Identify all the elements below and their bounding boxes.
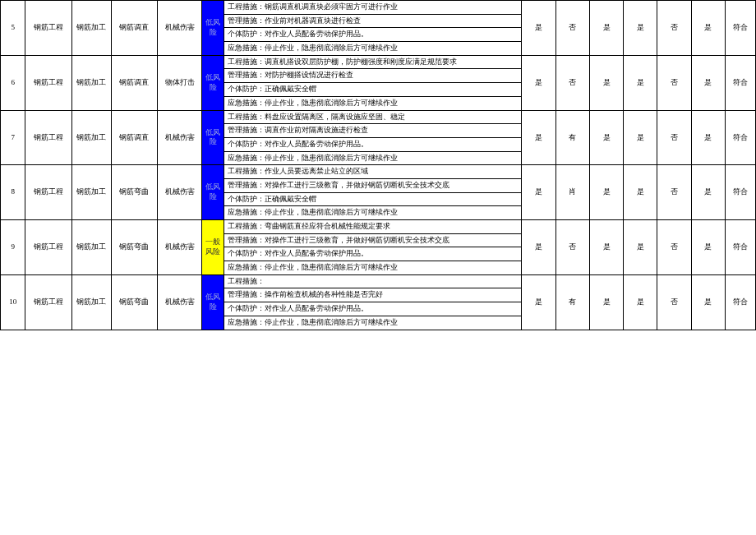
- operation: 钢筋弯曲: [111, 274, 157, 330]
- check-col-4: 否: [657, 274, 691, 330]
- measure-eng: 工程措施：弯曲钢筋直径应符合机械性能规定要求: [224, 220, 522, 234]
- check-col-5: 是: [691, 110, 725, 165]
- measure-eng: 工程措施：: [224, 274, 522, 288]
- risk-level: 低风险: [202, 274, 224, 330]
- check-col-0: 是: [522, 220, 555, 275]
- check-col-3: 是: [624, 274, 657, 330]
- risk-level: 低风险: [202, 110, 224, 165]
- check-col-5: 是: [691, 55, 725, 110]
- measure-emg: 应急措施：停止作业，隐患彻底消除后方可继续作业: [224, 316, 522, 330]
- check-col-5: 是: [691, 1, 725, 56]
- check-col-2: 是: [589, 55, 623, 110]
- hazard-type: 机械伤害: [158, 165, 202, 220]
- measure-ppe: 个体防护：对作业人员配备劳动保护用品。: [224, 302, 522, 316]
- check-col-0: 是: [522, 165, 555, 220]
- operation: 钢筋弯曲: [111, 165, 157, 220]
- result: 符合: [725, 165, 755, 220]
- sub-work: 钢筋加工: [71, 220, 111, 275]
- measure-mgmt: 管理措施：对防护棚搭设情况进行检查: [224, 69, 522, 83]
- measure-emg: 应急措施：停止作业，隐患彻底消除后方可继续作业: [224, 206, 522, 220]
- result: 符合: [725, 55, 755, 110]
- measure-emg: 应急措施：停止作业，隐患彻底消除后方可继续作业: [224, 261, 522, 275]
- measure-mgmt: 管理措施：对操作工进行三级教育，并做好钢筋切断机安全技术交底: [224, 233, 522, 247]
- result: 符合: [725, 1, 755, 56]
- measure-mgmt: 管理措施：操作前检查机械的各种性能是否完好: [224, 288, 522, 302]
- risk-level: 一般风险: [202, 220, 224, 275]
- check-col-2: 是: [589, 274, 623, 330]
- work-type: 钢筋工程: [25, 55, 71, 110]
- measure-ppe: 个体防护：正确佩戴安全帽: [224, 192, 522, 206]
- check-col-5: 是: [691, 274, 725, 330]
- check-col-1: 否: [555, 55, 589, 110]
- measure-mgmt: 管理措施：对操作工进行三级教育，并做好钢筋切断机安全技术交底: [224, 178, 522, 192]
- check-col-1: 肖: [555, 165, 589, 220]
- sub-work: 钢筋加工: [71, 1, 111, 56]
- hazard-type: 机械伤害: [158, 220, 202, 275]
- hazard-type: 机械伤害: [158, 274, 202, 330]
- row-index: 8: [1, 165, 25, 220]
- sub-work: 钢筋加工: [71, 55, 111, 110]
- measure-mgmt: 管理措施：作业前对机器调直块进行检查: [224, 14, 522, 28]
- work-type: 钢筋工程: [25, 165, 71, 220]
- sub-work: 钢筋加工: [71, 165, 111, 220]
- check-col-1: 有: [555, 110, 589, 165]
- row-index: 6: [1, 55, 25, 110]
- measure-ppe: 个体防护：正确佩戴安全帽: [224, 83, 522, 97]
- measure-ppe: 个体防护：对作业人员配备劳动保护用品。: [224, 247, 522, 261]
- check-col-3: 是: [624, 1, 657, 56]
- check-col-3: 是: [624, 220, 657, 275]
- check-col-0: 是: [522, 110, 555, 165]
- check-col-1: 否: [555, 220, 589, 275]
- sub-work: 钢筋加工: [71, 274, 111, 330]
- hazard-type: 机械伤害: [158, 110, 202, 165]
- check-col-0: 是: [522, 274, 555, 330]
- operation: 钢筋弯曲: [111, 220, 157, 275]
- check-col-0: 是: [522, 55, 555, 110]
- hazard-type: 物体打击: [158, 55, 202, 110]
- row-index: 9: [1, 220, 25, 275]
- risk-assessment-table: 5钢筋工程钢筋加工钢筋调直机械伤害低风险工程措施：钢筋调直机调直块必须牢固方可进…: [0, 0, 756, 330]
- check-col-4: 否: [657, 1, 691, 56]
- check-col-4: 否: [657, 220, 691, 275]
- operation: 钢筋调直: [111, 1, 157, 56]
- check-col-1: 否: [555, 1, 589, 56]
- work-type: 钢筋工程: [25, 110, 71, 165]
- check-col-3: 是: [624, 110, 657, 165]
- risk-level: 低风险: [202, 1, 224, 56]
- check-col-2: 是: [589, 110, 623, 165]
- measure-ppe: 个体防护：对作业人员配备劳动保护用品。: [224, 28, 522, 42]
- measure-emg: 应急措施：停止作业，隐患彻底消除后方可继续作业: [224, 42, 522, 56]
- measure-eng: 工程措施：作业人员要远离禁止站立的区域: [224, 165, 522, 179]
- result: 符合: [725, 274, 755, 330]
- row-index: 7: [1, 110, 25, 165]
- check-col-2: 是: [589, 1, 623, 56]
- check-col-1: 有: [555, 274, 589, 330]
- work-type: 钢筋工程: [25, 274, 71, 330]
- operation: 钢筋调直: [111, 55, 157, 110]
- hazard-type: 机械伤害: [158, 1, 202, 56]
- risk-level: 低风险: [202, 55, 224, 110]
- measure-eng: 工程措施：调直机搭设双层防护棚，防护棚强度和刚度应满足规范要求: [224, 55, 522, 69]
- check-col-4: 否: [657, 55, 691, 110]
- check-col-4: 否: [657, 110, 691, 165]
- sub-work: 钢筋加工: [71, 110, 111, 165]
- check-col-4: 否: [657, 165, 691, 220]
- measure-emg: 应急措施：停止作业，隐患彻底消除后方可继续作业: [224, 151, 522, 165]
- result: 符合: [725, 220, 755, 275]
- result: 符合: [725, 110, 755, 165]
- measure-emg: 应急措施：停止作业，隐患彻底消除后方可继续作业: [224, 96, 522, 110]
- check-col-3: 是: [624, 55, 657, 110]
- check-col-5: 是: [691, 165, 725, 220]
- measure-eng: 工程措施：钢筋调直机调直块必须牢固方可进行作业: [224, 1, 522, 15]
- check-col-3: 是: [624, 165, 657, 220]
- check-col-2: 是: [589, 165, 623, 220]
- risk-level: 低风险: [202, 165, 224, 220]
- measure-mgmt: 管理措施：调直作业前对隔离设施进行检查: [224, 124, 522, 138]
- row-index: 5: [1, 1, 25, 56]
- measure-eng: 工程措施：料盘应设置隔离区，隔离设施应坚固、稳定: [224, 110, 522, 124]
- check-col-5: 是: [691, 220, 725, 275]
- operation: 钢筋调直: [111, 110, 157, 165]
- check-col-2: 是: [589, 220, 623, 275]
- check-col-0: 是: [522, 1, 555, 56]
- work-type: 钢筋工程: [25, 220, 71, 275]
